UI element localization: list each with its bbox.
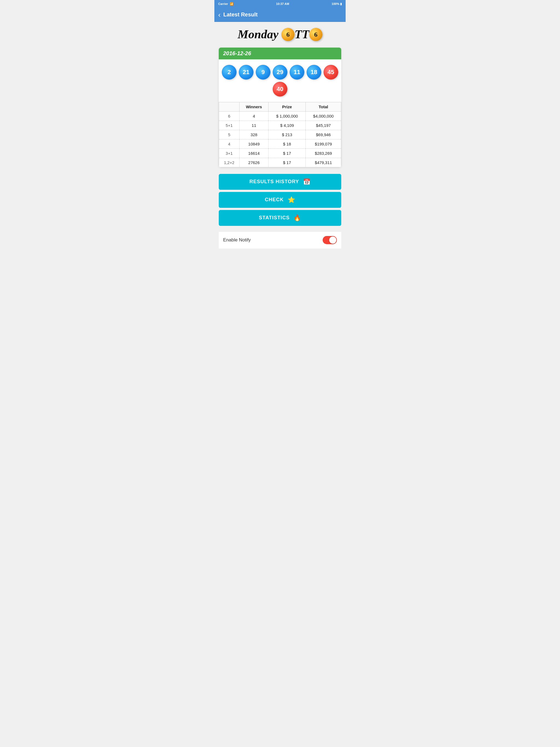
status-bar: Carrier 📶 10:37 AM 100% ▮	[214, 0, 346, 8]
cell-total: $4,000,000	[306, 111, 341, 121]
table-row: 5328$ 213$69,946	[219, 130, 341, 139]
statistics-label: STATISTICS	[259, 215, 289, 221]
cell-total: $479,311	[306, 158, 341, 167]
lotto-ball-9: 9	[256, 65, 271, 80]
check-label: CHECK	[265, 197, 284, 203]
results-card: 2016-12-26 22192911184540 Winners Prize …	[219, 48, 341, 168]
cell-total: $45,197	[306, 121, 341, 130]
lotto-ball-18: 18	[307, 65, 321, 80]
cell-winners: 27626	[239, 158, 269, 167]
statistics-button[interactable]: STATISTICS🔥	[219, 210, 341, 226]
prize-table: Winners Prize Total 64$ 1,000,000$4,000,…	[219, 102, 341, 168]
table-row: 410849$ 18$199,079	[219, 139, 341, 149]
lotto-ball-2: 2	[222, 65, 236, 80]
results-history-icon: 📅	[303, 178, 311, 185]
cell-winners: 16614	[239, 149, 269, 158]
cell-winners: 4	[239, 111, 269, 121]
logo-middle: TT	[295, 28, 309, 41]
lotto-ball-40: 40	[273, 82, 287, 97]
cell-division: 3+1	[219, 149, 239, 158]
col-header-total: Total	[306, 102, 341, 111]
date-bar: 2016-12-26	[219, 48, 341, 59]
cell-division: 4	[219, 139, 239, 149]
cell-winners: 328	[239, 130, 269, 139]
logo-area: Monday 6TT6	[219, 27, 341, 42]
notify-bar: Enable Notify	[219, 231, 341, 249]
battery-text: 100%	[332, 2, 339, 5]
cell-winners: 11	[239, 121, 269, 130]
cell-division: 5+1	[219, 121, 239, 130]
results-history-label: RESULTS HISTORY	[249, 179, 299, 185]
cell-prize: $ 4,109	[269, 121, 306, 130]
col-header-winners: Winners	[239, 102, 269, 111]
cell-winners: 10849	[239, 139, 269, 149]
cell-prize: $ 1,000,000	[269, 111, 306, 121]
check-button[interactable]: CHECK⭐	[219, 192, 341, 208]
prize-table-container: Winners Prize Total 64$ 1,000,000$4,000,…	[219, 102, 341, 168]
logo-part1: Monday	[238, 28, 281, 41]
logo-text: Monday 6TT6	[238, 28, 322, 41]
table-row: 64$ 1,000,000$4,000,000	[219, 111, 341, 121]
statistics-icon: 🔥	[294, 214, 301, 222]
carrier-label: Carrier 📶	[218, 2, 233, 6]
results-history-button[interactable]: RESULTS HISTORY📅	[219, 174, 341, 190]
cell-total: $69,946	[306, 130, 341, 139]
lotto-ball-29: 29	[273, 65, 287, 80]
logo-ball-2: 6	[309, 28, 322, 41]
cell-prize: $ 213	[269, 130, 306, 139]
page-title: Latest Result	[223, 11, 258, 18]
cell-prize: $ 17	[269, 149, 306, 158]
main-content: Monday 6TT6 2016-12-26 22192911184540 Wi…	[214, 22, 346, 254]
nav-bar: ‹ Latest Result	[214, 8, 346, 22]
action-buttons: RESULTS HISTORY📅CHECK⭐STATISTICS🔥	[219, 174, 341, 226]
col-header-division	[219, 102, 239, 111]
cell-division: 5	[219, 130, 239, 139]
cell-total: $199,079	[306, 139, 341, 149]
battery-label: 100% ▮	[332, 2, 342, 6]
lotto-ball-21: 21	[239, 65, 253, 80]
check-icon: ⭐	[288, 196, 295, 203]
notify-toggle[interactable]	[323, 236, 337, 244]
notify-label: Enable Notify	[223, 237, 251, 243]
logo-ball-1: 6	[281, 28, 295, 41]
lotto-ball-45: 45	[324, 65, 338, 80]
back-button[interactable]: ‹	[218, 11, 221, 18]
cell-total: $283,269	[306, 149, 341, 158]
cell-prize: $ 17	[269, 158, 306, 167]
col-header-prize: Prize	[269, 102, 306, 111]
lotto-ball-11: 11	[289, 65, 304, 80]
time-label: 10:37 AM	[276, 2, 289, 5]
cell-division: 1,2+2	[219, 158, 239, 167]
table-row: 5+111$ 4,109$45,197	[219, 121, 341, 130]
carrier-text: Carrier	[218, 2, 228, 5]
cell-division: 6	[219, 111, 239, 121]
table-row: 3+116614$ 17$283,269	[219, 149, 341, 158]
draw-date: 2016-12-26	[223, 50, 251, 56]
table-row: 1,2+227626$ 17$479,311	[219, 158, 341, 167]
cell-prize: $ 18	[269, 139, 306, 149]
numbers-area: 22192911184540	[219, 59, 341, 102]
